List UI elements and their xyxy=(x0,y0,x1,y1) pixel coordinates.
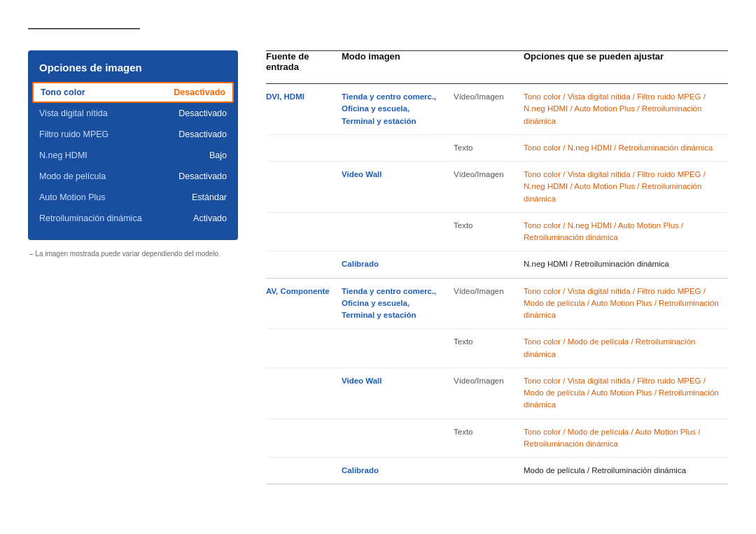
menu-item-label: Tono color xyxy=(41,87,85,97)
options-cell: Tono color / N.neg HDMI / Auto Motion Pl… xyxy=(518,220,728,244)
col-header-submode xyxy=(448,51,518,76)
submode-cell: Vídeo/Imagen xyxy=(448,169,518,205)
submode-cell: Texto xyxy=(448,426,518,451)
table-row: Texto Tono color / N.neg HDMI / Retroilu… xyxy=(266,135,728,162)
right-panel: Fuente deentrada Modo imagen Opciones qu… xyxy=(266,50,728,484)
options-cell: Tono color / Vista digital nítida / Filt… xyxy=(518,91,728,127)
menu-item-label: Vista digital nítida xyxy=(39,108,108,118)
top-rule xyxy=(28,28,140,29)
source-cell: DVI, HDMI xyxy=(266,91,336,127)
menu-item-nneg-hdmi[interactable]: N.neg HDMI Bajo xyxy=(28,145,238,166)
table-row: Calibrado N.neg HDMI / Retroiluminación … xyxy=(266,251,728,277)
options-cell: Tono color / Vista digital nítida / Filt… xyxy=(518,375,728,412)
table-row: Texto Tono color / N.neg HDMI / Auto Mot… xyxy=(266,213,728,252)
menu-item-auto-motion-plus[interactable]: Auto Motion Plus Estándar xyxy=(28,187,238,208)
mode-cell: Video Wall xyxy=(336,375,448,412)
menu-item-label: Modo de película xyxy=(39,171,106,181)
source-cell xyxy=(266,336,336,360)
submode-cell xyxy=(448,258,518,270)
menu-item-tono-color[interactable]: Tono color Desactivado xyxy=(32,82,234,103)
section-av-componente: AV, Componente Tienda y centro comerc., … xyxy=(266,279,728,485)
source-cell xyxy=(266,220,336,244)
menu-item-label: Auto Motion Plus xyxy=(39,192,106,202)
options-cell: N.neg HDMI / Retroiluminación dinámica xyxy=(518,258,728,270)
menu-item-value: Bajo xyxy=(209,150,227,160)
submode-cell: Texto xyxy=(448,336,518,360)
menu-item-filtro-ruido[interactable]: Filtro ruido MPEG Desactivado xyxy=(28,124,238,145)
col-header-source: Fuente deentrada xyxy=(266,51,336,76)
table-row: AV, Componente Tienda y centro comerc., … xyxy=(266,279,728,330)
submode-cell: Texto xyxy=(448,142,518,154)
table-row: Video Wall Vídeo/Imagen Tono color / Vis… xyxy=(266,368,728,419)
options-cell: Tono color / N.neg HDMI / Retroiluminaci… xyxy=(518,142,728,154)
submode-cell: Vídeo/Imagen xyxy=(448,91,518,127)
left-panel: Opciones de imagen Tono color Desactivad… xyxy=(28,50,238,258)
mode-cell: Tienda y centro comerc., Oficina y escue… xyxy=(336,91,448,127)
footnote: – La imagen mostrada puede variar depend… xyxy=(28,250,238,258)
menu-item-value: Activado xyxy=(193,213,227,223)
submode-cell: Vídeo/Imagen xyxy=(448,286,518,322)
menu-item-label: Filtro ruido MPEG xyxy=(39,129,108,139)
submode-cell: Vídeo/Imagen xyxy=(448,375,518,412)
col-header-options: Opciones que se pueden ajustar xyxy=(518,51,728,76)
table-row: Texto Tono color / Modo de película / Re… xyxy=(266,329,728,368)
source-cell xyxy=(266,169,336,205)
menu-item-value: Desactivado xyxy=(178,171,227,181)
mode-cell: Calibrado xyxy=(336,258,448,270)
options-cell: Tono color / Modo de película / Auto Mot… xyxy=(518,426,728,451)
page-layout: Opciones de imagen Tono color Desactivad… xyxy=(28,50,728,484)
source-cell: AV, Componente xyxy=(266,286,336,322)
table-row: DVI, HDMI Tienda y centro comerc., Ofici… xyxy=(266,84,728,135)
table-header: Fuente deentrada Modo imagen Opciones qu… xyxy=(266,51,728,84)
table-row: Texto Tono color / Modo de película / Au… xyxy=(266,419,728,458)
mode-cell xyxy=(336,336,448,360)
source-cell xyxy=(266,426,336,451)
table-row: Calibrado Modo de película / Retroilumin… xyxy=(266,458,728,484)
mode-cell: Video Wall xyxy=(336,169,448,205)
source-cell xyxy=(266,375,336,412)
menu-item-retroiluminacion[interactable]: Retroiluminación dinámica Activado xyxy=(28,208,238,229)
menu-item-value: Desactivado xyxy=(178,129,227,139)
menu-item-label: Retroiluminación dinámica xyxy=(39,213,142,223)
submode-cell xyxy=(448,465,518,477)
menu-item-label: N.neg HDMI xyxy=(39,150,88,160)
mode-cell xyxy=(336,220,448,244)
menu-item-value: Desactivado xyxy=(174,87,225,97)
submode-cell: Texto xyxy=(448,220,518,244)
mode-cell xyxy=(336,142,448,154)
mode-cell: Tienda y centro comerc., Oficina y escue… xyxy=(336,286,448,322)
options-cell: Tono color / Vista digital nítida / Filt… xyxy=(518,286,728,322)
source-cell xyxy=(266,258,336,270)
options-cell: Tono color / Vista digital nítida / Filt… xyxy=(518,169,728,205)
section-dvi-hdmi: DVI, HDMI Tienda y centro comerc., Ofici… xyxy=(266,84,728,279)
mode-cell xyxy=(336,426,448,451)
menu-item-value: Estándar xyxy=(192,192,227,202)
options-cell: Modo de película / Retroiluminación diná… xyxy=(518,465,728,477)
mode-cell: Calibrado xyxy=(336,465,448,477)
table-row: Video Wall Vídeo/Imagen Tono color / Vis… xyxy=(266,162,728,213)
menu-item-vista-digital[interactable]: Vista digital nítida Desactivado xyxy=(28,103,238,124)
col-header-mode: Modo imagen xyxy=(336,51,448,76)
menu-title: Opciones de imagen xyxy=(28,62,238,82)
menu-item-value: Desactivado xyxy=(178,108,227,118)
options-cell: Tono color / Modo de película / Retroilu… xyxy=(518,336,728,360)
source-cell xyxy=(266,142,336,154)
menu-item-modo-pelicula[interactable]: Modo de película Desactivado xyxy=(28,166,238,187)
source-cell xyxy=(266,465,336,477)
menu-box: Opciones de imagen Tono color Desactivad… xyxy=(28,50,238,240)
